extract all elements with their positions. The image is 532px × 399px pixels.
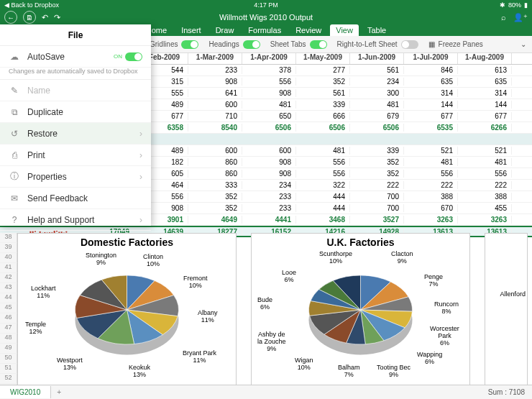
cell[interactable]: 144 <box>404 101 458 109</box>
cell[interactable]: 322 <box>296 181 350 189</box>
cell[interactable]: 556 <box>458 170 512 178</box>
tab-view[interactable]: View <box>330 24 359 36</box>
cell[interactable]: 481 <box>350 101 404 109</box>
column-header[interactable]: 1-Apr-2009 <box>242 53 296 64</box>
column-header[interactable]: 1-Mar-2009 <box>188 53 242 64</box>
file-autosave-row[interactable]: ☁AutoSave ON <box>0 46 151 68</box>
cell[interactable]: 6535 <box>404 124 458 132</box>
cell[interactable]: 650 <box>242 112 296 120</box>
cell[interactable]: 556 <box>296 170 350 178</box>
cell[interactable]: 700 <box>350 204 404 212</box>
cell[interactable]: 378 <box>242 66 296 74</box>
cell[interactable]: 635 <box>458 78 512 86</box>
cell[interactable]: 6506 <box>242 124 296 132</box>
column-header[interactable]: 1-Jun-2009 <box>350 53 404 64</box>
cell[interactable]: 481 <box>296 147 350 155</box>
cell[interactable]: 679 <box>350 112 404 120</box>
cell[interactable]: 710 <box>188 112 242 120</box>
tab-draw[interactable]: Draw <box>210 24 240 36</box>
cell[interactable]: 233 <box>242 193 296 201</box>
cell[interactable]: 352 <box>188 193 242 201</box>
cell[interactable]: 233 <box>242 204 296 212</box>
cell[interactable]: 561 <box>350 66 404 74</box>
tab-insert[interactable]: Insert <box>175 24 207 36</box>
back-button[interactable]: ← <box>4 11 17 24</box>
cell[interactable]: 352 <box>296 78 350 86</box>
column-header[interactable]: 1-May-2009 <box>296 53 350 64</box>
cell[interactable]: 352 <box>350 170 404 178</box>
cell[interactable]: 908 <box>242 89 296 97</box>
cell[interactable]: 908 <box>242 170 296 178</box>
pie-chart[interactable]: U.K. FactoriesScunthorpe10%Clacton9%Peng… <box>251 233 470 385</box>
cell[interactable]: 556 <box>404 170 458 178</box>
cell[interactable]: 233 <box>188 66 242 74</box>
cell[interactable]: 700 <box>350 193 404 201</box>
file-menu-print[interactable]: ⎙Print› <box>0 145 151 166</box>
pie-chart-clipped[interactable]: Allenford <box>485 233 528 385</box>
cell[interactable]: 3468 <box>296 216 350 224</box>
cell[interactable]: 600 <box>188 101 242 109</box>
file-menu-help-and-support[interactable]: ?Help and Support› <box>0 209 151 231</box>
cell[interactable]: 600 <box>242 147 296 155</box>
cell[interactable]: 144 <box>458 101 512 109</box>
cell[interactable]: 300 <box>350 89 404 97</box>
cell[interactable]: 908 <box>242 158 296 166</box>
cell[interactable]: 388 <box>404 193 458 201</box>
file-menu-duplicate[interactable]: ⧉Duplicate <box>0 101 151 123</box>
cell[interactable]: 339 <box>296 101 350 109</box>
cell[interactable]: 670 <box>404 204 458 212</box>
cell[interactable]: 222 <box>458 181 512 189</box>
sheet-tab-active[interactable]: WIG2010 <box>0 386 51 398</box>
cell[interactable]: 860 <box>188 170 242 178</box>
cell[interactable]: 641 <box>188 89 242 97</box>
file-menu-restore[interactable]: ↺Restore› <box>0 123 151 145</box>
cell[interactable]: 481 <box>242 101 296 109</box>
tab-table[interactable]: Table <box>362 24 392 36</box>
cell[interactable]: 613 <box>458 66 512 74</box>
cell[interactable]: 908 <box>188 78 242 86</box>
search-icon[interactable]: ⌕ <box>501 13 506 22</box>
cell[interactable]: 635 <box>404 78 458 86</box>
cell[interactable]: 222 <box>350 181 404 189</box>
cell[interactable]: 3263 <box>458 216 512 224</box>
ribbon-collapse-icon[interactable]: ⌄ <box>520 40 526 48</box>
column-header[interactable]: 1-Jul-2009 <box>404 53 458 64</box>
rtl-toggle[interactable] <box>401 40 418 49</box>
cell[interactable]: 444 <box>296 193 350 201</box>
cell[interactable]: 333 <box>188 181 242 189</box>
cell[interactable]: 444 <box>296 204 350 212</box>
file-menu-send-feedback[interactable]: ✉Send Feedback <box>0 188 151 209</box>
cell[interactable]: 561 <box>296 89 350 97</box>
cell[interactable]: 6266 <box>458 124 512 132</box>
gridlines-toggle[interactable] <box>181 40 198 49</box>
tab-formulas[interactable]: Formulas <box>242 24 287 36</box>
cell[interactable]: 352 <box>350 158 404 166</box>
headings-toggle[interactable] <box>243 40 260 49</box>
cell[interactable]: 339 <box>350 147 404 155</box>
share-icon[interactable]: 👤⁺ <box>513 13 528 22</box>
cell[interactable]: 600 <box>188 147 242 155</box>
cell[interactable]: 556 <box>296 158 350 166</box>
cell[interactable]: 666 <box>296 112 350 120</box>
cell[interactable]: 521 <box>458 147 512 155</box>
cell[interactable]: 4441 <box>242 216 296 224</box>
tab-review[interactable]: Review <box>290 24 327 36</box>
cell[interactable]: 677 <box>458 112 512 120</box>
cell[interactable]: 277 <box>296 66 350 74</box>
cell[interactable]: 314 <box>404 89 458 97</box>
freeze-panes-button[interactable]: Freeze Panes <box>439 40 483 48</box>
redo-button[interactable]: ↷ <box>54 13 60 22</box>
cell[interactable]: 846 <box>404 66 458 74</box>
undo-button[interactable]: ↶ <box>42 13 48 22</box>
cell[interactable]: 860 <box>188 158 242 166</box>
cell[interactable]: 521 <box>404 147 458 155</box>
add-sheet-button[interactable]: + <box>51 388 67 396</box>
cell[interactable]: 314 <box>458 89 512 97</box>
cell[interactable]: 222 <box>404 181 458 189</box>
cell[interactable]: 6506 <box>350 124 404 132</box>
cell[interactable]: 234 <box>350 78 404 86</box>
cell[interactable]: 234 <box>242 181 296 189</box>
sheet-tabs-toggle[interactable] <box>310 40 327 49</box>
pie-chart[interactable]: Domestic FactoriesClinton10%Fremont10%Al… <box>17 233 237 385</box>
file-menu-properties[interactable]: ⓘProperties› <box>0 166 151 188</box>
